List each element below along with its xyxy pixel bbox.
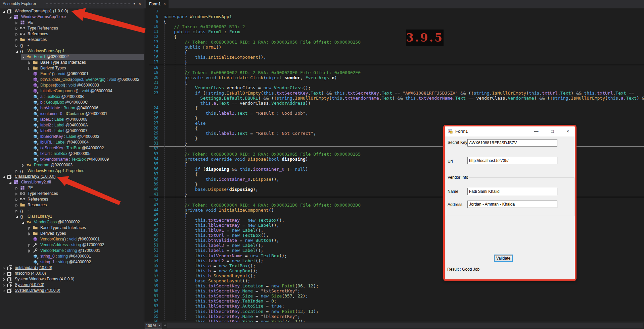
tree-item[interactable]: lblSecretKey : Label @04000003 [0, 134, 144, 140]
tree-item[interactable]: System (4.0.0.0) [0, 282, 144, 288]
tree-item[interactable]: a : TextBox @0400000B [0, 94, 144, 100]
tree-item[interactable]: label3 : Label @04000007 [0, 128, 144, 134]
tree-item[interactable]: Form1 @02000002 [0, 54, 144, 60]
expand-icon[interactable] [15, 203, 18, 207]
expand-icon[interactable] [15, 21, 18, 24]
tree-item[interactable]: btnValidate : Button @04000006 [0, 105, 144, 111]
expand-icon[interactable] [15, 38, 18, 42]
tree-item[interactable]: VendorName : string @17000001 [0, 248, 144, 254]
form-title-bar[interactable]: Form1 — □ × [445, 126, 575, 136]
expand-icon[interactable] [15, 186, 18, 190]
expand-icon[interactable] [28, 249, 31, 253]
maximize-icon[interactable]: □ [549, 128, 556, 134]
tree-item[interactable]: VendorAddress : string @17000002 [0, 242, 144, 248]
expand-icon[interactable] [2, 289, 6, 292]
tree-item[interactable]: ClassLibrary2 (1.0.0.0) [0, 174, 144, 179]
tree-item[interactable]: Base Type and Interfaces [0, 60, 144, 65]
expand-icon[interactable] [28, 61, 31, 64]
tree-item[interactable]: PE [0, 20, 144, 25]
expand-icon[interactable] [15, 26, 18, 30]
tree-item[interactable]: b : GroupBox @0400000C [0, 100, 144, 105]
tree-item[interactable]: Resources [0, 202, 144, 208]
tree-item[interactable]: InitializeComponent() : void @06000004 [0, 88, 144, 94]
tree-item[interactable]: ClassLibrary2.dll [0, 179, 144, 185]
expand-icon[interactable] [28, 66, 31, 70]
tree-item[interactable]: txtVendorName : TextBox @04000009 [0, 157, 144, 162]
tree-item[interactable]: Type References [0, 191, 144, 197]
close-panel-icon[interactable]: × [137, 1, 142, 7]
tree-item[interactable]: Base Type and Interfaces [0, 225, 144, 231]
collapse-icon[interactable] [8, 15, 12, 19]
expand-icon[interactable] [2, 266, 6, 270]
tree-item[interactable]: string_0 : string @04000001 [0, 254, 144, 259]
address-field[interactable] [467, 201, 557, 208]
tab-close-icon[interactable]: × [164, 2, 166, 6]
url-field[interactable] [467, 157, 557, 164]
tree-item[interactable]: {}- [0, 208, 144, 214]
tree-item[interactable]: txtSecretKey : TextBox @04000002 [0, 145, 144, 151]
expand-icon[interactable] [15, 32, 18, 36]
collapse-icon[interactable] [15, 49, 18, 53]
tree-item[interactable]: VendorClass() : void @06000001 [0, 236, 144, 242]
tree-item[interactable]: txtUrl : TextBox @04000005 [0, 151, 144, 157]
tree-item[interactable]: VendorClass @02000002 [0, 219, 144, 225]
tree-item[interactable]: WindowsFormsApp1.exe [0, 14, 144, 20]
tree-item[interactable]: {}WindowsFormsApp1 [0, 48, 144, 54]
expand-icon[interactable] [2, 277, 6, 281]
tree-item[interactable]: {}- [0, 43, 144, 48]
tree-item[interactable]: System.Drawing (4.0.0.0) [0, 288, 144, 293]
tree-item[interactable]: string_1 : string @04000002 [0, 259, 144, 265]
expand-icon[interactable] [15, 44, 18, 47]
expand-icon[interactable] [15, 209, 18, 213]
name-field[interactable] [467, 188, 557, 195]
collapse-icon[interactable] [8, 180, 12, 184]
tree-item[interactable]: netstandard (2.0.0.0) [0, 265, 144, 271]
collapse-icon[interactable] [2, 175, 6, 178]
tree-item[interactable]: System.Windows.Forms (4.0.0.0) [0, 276, 144, 282]
validate-button[interactable]: Validate [494, 255, 513, 262]
expand-icon[interactable] [21, 163, 25, 167]
expand-icon[interactable] [28, 243, 31, 247]
tree-item[interactable]: Program @02000003 [0, 162, 144, 168]
tree-item[interactable]: btnValidate_Click(object, EventArgs) : v… [0, 77, 144, 83]
collapse-icon[interactable] [15, 215, 18, 218]
assembly-tree[interactable]: WindowsFormsApp1 (1.0.0.0)WindowsFormsAp… [0, 8, 144, 329]
tree-item[interactable]: Resources [0, 37, 144, 43]
tree-item[interactable]: {}WindowsFormsApp1.Properties [0, 168, 144, 174]
expand-icon[interactable] [28, 232, 31, 235]
minimize-icon[interactable]: — [533, 128, 540, 134]
horizontal-scrollbar[interactable] [167, 323, 643, 328]
scroll-left-icon[interactable]: ◄ [163, 323, 167, 327]
expand-icon[interactable] [15, 169, 18, 173]
tab-form1[interactable]: Form1× [146, 0, 169, 8]
tree-item[interactable]: References [0, 197, 144, 202]
tree-item[interactable]: label2 : Label @0400000A [0, 122, 144, 128]
expand-icon[interactable] [2, 283, 6, 287]
expand-icon[interactable] [2, 272, 6, 275]
tree-item[interactable]: Derived Types [0, 231, 144, 236]
zoom-level[interactable]: 100 % [145, 323, 157, 329]
collapse-icon[interactable] [2, 9, 6, 13]
close-icon[interactable]: × [564, 128, 571, 134]
tree-item[interactable]: label1 : Label @04000008 [0, 117, 144, 122]
collapse-icon[interactable] [21, 55, 25, 59]
tree-item[interactable]: mscorlib (4.0.0.0) [0, 271, 144, 276]
expand-icon[interactable] [15, 192, 18, 196]
secret-key-field[interactable] [467, 139, 557, 147]
tree-item[interactable]: Derived Types [0, 65, 144, 71]
collapse-icon[interactable] [21, 220, 25, 224]
tree-item[interactable]: Type References [0, 25, 144, 31]
tree-item[interactable]: {}ClassLibrary1 [0, 214, 144, 219]
assembly-explorer-header[interactable]: Assembly Explorer ▼ × [0, 0, 144, 8]
expand-icon[interactable] [28, 226, 31, 230]
tree-item[interactable]: References [0, 31, 144, 37]
tree-item[interactable]: PE [0, 185, 144, 191]
tree-item[interactable]: Dispose(bool) : void @06000003 [0, 83, 144, 88]
tree-item[interactable]: Form1() : void @06000001 [0, 71, 144, 77]
expand-icon[interactable] [15, 198, 18, 201]
tree-item[interactable]: lblURL : Label @04000004 [0, 140, 144, 145]
window-position-icon[interactable]: ▼ [132, 1, 137, 7]
zoom-dropdown-icon[interactable]: ▼ [157, 323, 162, 329]
tree-item[interactable]: icontainer_0 : IContainer @04000001 [0, 111, 144, 117]
tree-item[interactable]: WindowsFormsApp1 (1.0.0.0) [0, 8, 144, 14]
